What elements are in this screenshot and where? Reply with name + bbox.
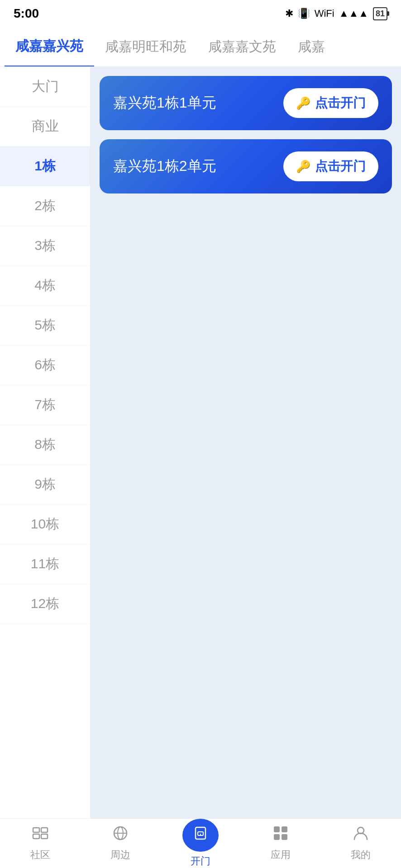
opendoor-icon: [192, 825, 209, 846]
svg-rect-0: [33, 828, 39, 832]
nav-opendoor[interactable]: 开门: [160, 819, 240, 868]
sidebar-item-6dong[interactable]: 6栋: [0, 345, 90, 385]
sidebar-item-1dong[interactable]: 1栋: [0, 146, 90, 186]
sidebar-item-11dong[interactable]: 11栋: [0, 544, 90, 584]
sidebar-item-7dong[interactable]: 7栋: [0, 385, 90, 425]
tab-jiaxing[interactable]: 咸嘉嘉兴苑: [5, 27, 94, 67]
community-label: 社区: [30, 848, 50, 862]
mine-label: 我的: [351, 848, 371, 862]
nearby-icon: [112, 825, 129, 845]
status-bar: 5:00 ✱ 📳 WiFi ▲▲▲ 81: [0, 0, 401, 27]
bluetooth-icon: ✱: [285, 8, 293, 19]
sidebar-item-8dong[interactable]: 8栋: [0, 425, 90, 465]
sidebar-item-4dong[interactable]: 4栋: [0, 266, 90, 306]
sidebar-item-damen[interactable]: 大门: [0, 67, 90, 107]
open-door-btn-1[interactable]: 🔑 点击开门: [283, 88, 378, 118]
sidebar-item-10dong[interactable]: 10栋: [0, 505, 90, 544]
bottom-nav: 社区 周边 开门: [0, 818, 401, 868]
key-icon-1: 🔑: [296, 96, 310, 110]
svg-rect-11: [282, 826, 287, 832]
status-icons: ✱ 📳 WiFi ▲▲▲ 81: [285, 7, 387, 20]
tab-jiawenyuan[interactable]: 咸嘉嘉文苑: [197, 27, 287, 67]
right-content: 嘉兴苑1栋1单元 🔑 点击开门 嘉兴苑1栋2单元 🔑 点击开门: [91, 67, 401, 818]
sidebar-item-5dong[interactable]: 5栋: [0, 306, 90, 345]
opendoor-center-btn[interactable]: [182, 819, 219, 852]
open-door-btn-1-label: 点击开门: [315, 94, 366, 112]
door-card-2: 嘉兴苑1栋2单元 🔑 点击开门: [100, 139, 392, 193]
battery-indicator: 81: [373, 7, 387, 20]
community-icon: [32, 825, 48, 845]
main-content: 大门 商业 1栋 2栋 3栋 4栋 5栋 6栋 7栋 8栋 9栋 10栋 11栋…: [0, 67, 401, 818]
apps-icon: [272, 825, 289, 845]
status-time: 5:00: [14, 6, 39, 21]
nearby-label: 周边: [110, 848, 130, 862]
wifi-icon: WiFi: [315, 8, 334, 19]
key-icon-2: 🔑: [296, 160, 310, 174]
svg-rect-3: [41, 834, 48, 839]
svg-rect-1: [33, 834, 39, 839]
door-card-1-title: 嘉兴苑1栋1单元: [113, 93, 216, 113]
open-door-btn-2[interactable]: 🔑 点击开门: [283, 151, 378, 181]
tab-mingwang[interactable]: 咸嘉明旺和苑: [94, 27, 197, 67]
nav-nearby[interactable]: 周边: [80, 819, 160, 868]
signal-icon: ▲▲▲: [339, 8, 368, 19]
sidebar-item-2dong[interactable]: 2栋: [0, 186, 90, 226]
mine-icon: [353, 825, 369, 845]
sidebar-item-shangye[interactable]: 商业: [0, 107, 90, 146]
door-card-2-title: 嘉兴苑1栋2单元: [113, 156, 216, 176]
sidebar-item-3dong[interactable]: 3栋: [0, 226, 90, 266]
left-sidebar: 大门 商业 1栋 2栋 3栋 4栋 5栋 6栋 7栋 8栋 9栋 10栋 11栋…: [0, 67, 91, 818]
nav-community[interactable]: 社区: [0, 819, 80, 868]
sidebar-item-12dong[interactable]: 12栋: [0, 584, 90, 624]
svg-rect-10: [274, 826, 280, 832]
sidebar-item-9dong[interactable]: 9栋: [0, 465, 90, 505]
svg-rect-7: [196, 827, 205, 839]
svg-rect-12: [274, 834, 280, 840]
nav-apps[interactable]: 应用: [241, 819, 321, 868]
svg-rect-2: [41, 828, 48, 832]
svg-rect-13: [282, 834, 287, 840]
open-door-btn-2-label: 点击开门: [315, 158, 366, 175]
vibrate-icon: 📳: [298, 8, 310, 19]
opendoor-label: 开门: [191, 854, 210, 868]
top-tab-bar: 咸嘉嘉兴苑 咸嘉明旺和苑 咸嘉嘉文苑 咸嘉: [0, 27, 401, 67]
nav-mine[interactable]: 我的: [321, 819, 401, 868]
tab-xian4[interactable]: 咸嘉: [287, 27, 336, 67]
apps-label: 应用: [271, 848, 291, 862]
door-card-1: 嘉兴苑1栋1单元 🔑 点击开门: [100, 76, 392, 130]
